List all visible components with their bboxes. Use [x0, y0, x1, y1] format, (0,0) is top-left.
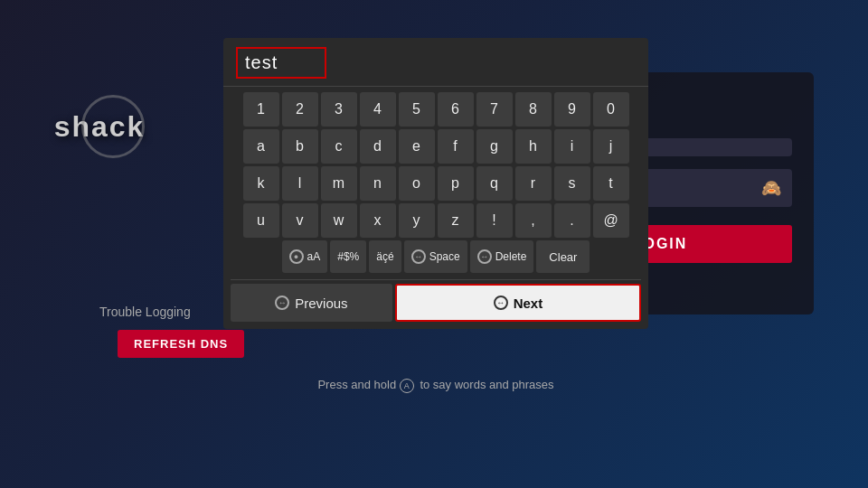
- key-u[interactable]: u: [243, 203, 279, 238]
- circle-icon-prev: ↔: [275, 296, 289, 310]
- key-s[interactable]: s: [554, 166, 590, 201]
- symbols-button[interactable]: #$%: [330, 240, 366, 273]
- key-2[interactable]: 2: [282, 92, 318, 127]
- row-a-j: a b c d e f g h i j: [231, 129, 641, 164]
- previous-label: Previous: [295, 296, 347, 311]
- nav-row: ↔ Previous ↔ Next: [223, 280, 648, 329]
- key-w[interactable]: w: [321, 203, 357, 238]
- key-z[interactable]: z: [438, 203, 474, 238]
- number-row: 1 2 3 4 5 6 7 8 9 0: [231, 92, 641, 127]
- clear-label: Clear: [549, 250, 577, 264]
- key-e[interactable]: e: [399, 129, 435, 164]
- key-k[interactable]: k: [243, 166, 279, 201]
- key-i[interactable]: i: [554, 129, 590, 164]
- logo-area: shack: [27, 90, 172, 163]
- previous-button[interactable]: ↔ Previous: [231, 284, 392, 322]
- circle-icon-space: ↔: [411, 249, 426, 264]
- key-6[interactable]: 6: [438, 92, 474, 127]
- eye-icon: 🙈: [761, 178, 781, 198]
- keyboard-grid: 1 2 3 4 5 6 7 8 9 0 a b c d e f g h i j …: [223, 87, 648, 279]
- special-row: ● aA #$% äçé ↔ Space ↔ Delete Clear: [231, 240, 641, 273]
- case-label: aA: [307, 250, 321, 263]
- delete-button[interactable]: ↔ Delete: [470, 240, 534, 273]
- hint-suffix: to say words and phrases: [420, 378, 553, 391]
- keyboard-overlay: test 1 2 3 4 5 6 7 8 9 0 a b c d e f g h…: [223, 38, 648, 329]
- keyboard-input-row: test: [223, 38, 648, 87]
- circle-icon-delete: ↔: [477, 249, 492, 264]
- clear-button[interactable]: Clear: [536, 240, 590, 273]
- key-period[interactable]: .: [554, 203, 590, 238]
- key-o[interactable]: o: [399, 166, 435, 201]
- row-u-at: u v w x y z ! , . @: [231, 203, 641, 238]
- key-8[interactable]: 8: [515, 92, 552, 127]
- hint-circle-icon: A: [400, 379, 414, 393]
- keyboard-input-value: test: [236, 47, 326, 79]
- key-r[interactable]: r: [515, 166, 552, 201]
- key-5[interactable]: 5: [399, 92, 435, 127]
- key-t[interactable]: t: [593, 166, 629, 201]
- hint-prefix: Press and hold: [317, 378, 399, 391]
- key-1[interactable]: 1: [243, 92, 279, 127]
- next-button[interactable]: ↔ Next: [395, 284, 641, 322]
- key-7[interactable]: 7: [476, 92, 513, 127]
- row-k-t: k l m n o p q r s t: [231, 166, 641, 201]
- key-b[interactable]: b: [282, 129, 318, 164]
- key-c[interactable]: c: [321, 129, 357, 164]
- key-p[interactable]: p: [438, 166, 474, 201]
- key-n[interactable]: n: [360, 166, 396, 201]
- key-m[interactable]: m: [321, 166, 357, 201]
- trouble-text: Trouble Logging: [99, 305, 191, 319]
- circle-icon-next: ↔: [494, 296, 508, 310]
- space-label: Space: [429, 250, 460, 263]
- key-l[interactable]: l: [282, 166, 318, 201]
- key-x[interactable]: x: [360, 203, 396, 238]
- accents-label: äçé: [376, 250, 393, 263]
- next-label: Next: [514, 296, 543, 311]
- key-q[interactable]: q: [476, 166, 513, 201]
- key-4[interactable]: 4: [360, 92, 396, 127]
- key-a[interactable]: a: [243, 129, 279, 164]
- key-g[interactable]: g: [476, 129, 513, 164]
- key-excl[interactable]: !: [476, 203, 513, 238]
- key-d[interactable]: d: [360, 129, 396, 164]
- key-v[interactable]: v: [282, 203, 318, 238]
- space-button[interactable]: ↔ Space: [404, 240, 467, 273]
- key-y[interactable]: y: [399, 203, 435, 238]
- key-0[interactable]: 0: [593, 92, 629, 127]
- key-3[interactable]: 3: [321, 92, 357, 127]
- accents-button[interactable]: äçé: [369, 240, 401, 273]
- refresh-dns-button[interactable]: REFRESH DNS: [118, 330, 244, 358]
- key-f[interactable]: f: [438, 129, 474, 164]
- key-comma[interactable]: ,: [515, 203, 552, 238]
- key-at[interactable]: @: [593, 203, 629, 238]
- key-j[interactable]: j: [593, 129, 629, 164]
- circle-icon-case: ●: [289, 249, 304, 264]
- symbols-label: #$%: [337, 250, 359, 263]
- hint-text: Press and hold A to say words and phrase…: [223, 378, 648, 393]
- key-9[interactable]: 9: [554, 92, 590, 127]
- delete-label: Delete: [495, 250, 527, 263]
- case-toggle-button[interactable]: ● aA: [282, 240, 328, 273]
- key-h[interactable]: h: [515, 129, 552, 164]
